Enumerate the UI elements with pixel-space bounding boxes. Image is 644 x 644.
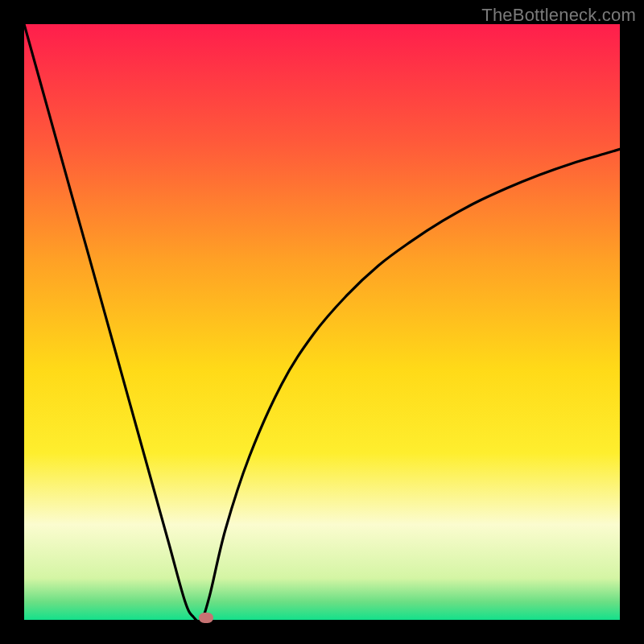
watermark-text: TheBottleneck.com (481, 5, 636, 26)
minimum-marker (199, 613, 213, 623)
plot-area (24, 24, 620, 620)
bottleneck-curve (24, 24, 620, 620)
chart-frame: TheBottleneck.com (0, 0, 644, 644)
